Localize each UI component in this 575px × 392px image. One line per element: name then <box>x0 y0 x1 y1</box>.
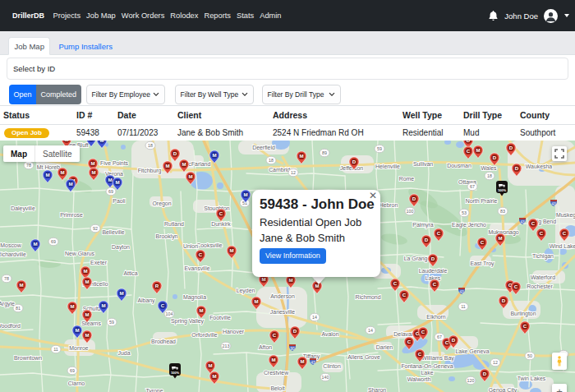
svg-text:Leyden: Leyden <box>237 288 255 294</box>
svg-text:Waukesha: Waukesha <box>526 164 552 169</box>
svg-text:Juda: Juda <box>118 350 131 356</box>
svg-text:Muskego: Muskego <box>556 212 575 219</box>
svg-text:14: 14 <box>368 328 373 333</box>
svg-text:Walworth: Walworth <box>407 376 431 382</box>
svg-text:81: 81 <box>16 306 21 311</box>
svg-text:Daleyville: Daleyville <box>11 205 35 212</box>
svg-text:Footville: Footville <box>209 315 231 321</box>
svg-text:69: 69 <box>108 189 113 194</box>
svg-text:Avalon: Avalon <box>322 331 339 337</box>
svg-text:Hebron: Hebron <box>380 202 398 208</box>
svg-text:Deerfield: Deerfield <box>252 145 275 150</box>
svg-text:Sharon: Sharon <box>368 387 386 392</box>
svg-text:Rochester: Rochester <box>527 284 553 289</box>
svg-text:Brooklyn: Brooklyn <box>156 233 178 240</box>
svg-text:59: 59 <box>109 320 114 325</box>
svg-text:Clarno: Clarno <box>68 380 85 386</box>
svg-text:Elkhorn: Elkhorn <box>426 314 446 320</box>
svg-text:Brodhead: Brodhead <box>151 339 176 344</box>
svg-text:11: 11 <box>461 304 466 309</box>
svg-text:14: 14 <box>312 315 317 320</box>
svg-text:East Troy: East Troy <box>470 261 494 267</box>
svg-text:Tyrone: Tyrone <box>145 388 163 392</box>
svg-text:18: 18 <box>487 173 492 178</box>
svg-text:67: 67 <box>437 334 442 339</box>
svg-text:Lake: Lake <box>421 370 434 376</box>
svg-text:Rome: Rome <box>399 176 415 182</box>
svg-text:78: 78 <box>26 163 31 168</box>
svg-text:North Prairie: North Prairie <box>466 198 498 204</box>
svg-text:140: 140 <box>322 375 329 380</box>
svg-text:Dousman: Dousman <box>447 163 472 168</box>
svg-text:Primrose: Primrose <box>60 212 83 218</box>
svg-text:Woodford: Woodford <box>0 323 21 329</box>
svg-text:Mt Horeb: Mt Horeb <box>37 164 61 170</box>
svg-text:Sullivan: Sullivan <box>413 161 433 167</box>
svg-text:Richmond: Richmond <box>355 294 380 300</box>
svg-text:69: 69 <box>70 368 75 373</box>
svg-text:Delavan: Delavan <box>393 331 414 337</box>
svg-text:Wind Lake: Wind Lake <box>550 243 575 249</box>
svg-text:18: 18 <box>148 143 153 148</box>
svg-text:Lake Geneva: Lake Geneva <box>456 348 490 354</box>
svg-text:Fontana-On-Geneva: Fontana-On-Geneva <box>401 363 453 369</box>
svg-text:Janesville: Janesville <box>270 309 295 315</box>
svg-text:120: 120 <box>467 378 475 383</box>
svg-text:Beloit: Beloit <box>270 385 284 391</box>
svg-text:18: 18 <box>269 158 274 163</box>
svg-text:Waterford: Waterford <box>531 274 555 280</box>
svg-text:Albany: Albany <box>137 297 155 304</box>
svg-text:Five Points: Five Points <box>100 160 129 166</box>
svg-text:Fitchburg: Fitchburg <box>138 168 162 174</box>
svg-text:New Glarus: New Glarus <box>65 251 95 256</box>
svg-text:Burlington: Burlington <box>510 311 536 317</box>
svg-text:50: 50 <box>527 353 532 358</box>
svg-text:Moscow: Moscow <box>0 242 21 248</box>
svg-text:Twin Lakes: Twin Lakes <box>518 376 546 381</box>
svg-text:Cooksville: Cooksville <box>196 242 223 248</box>
svg-text:Palmyra: Palmyra <box>412 222 433 228</box>
svg-text:Tichigan: Tichigan <box>532 253 554 260</box>
svg-text:104: 104 <box>166 311 173 316</box>
svg-text:43: 43 <box>310 361 315 365</box>
svg-text:Genoa City: Genoa City <box>489 387 518 392</box>
svg-text:213: 213 <box>223 344 230 348</box>
svg-text:Anderson: Anderson <box>270 293 295 299</box>
svg-text:Oregon: Oregon <box>153 201 172 207</box>
svg-text:Evansville: Evansville <box>184 265 209 271</box>
svg-text:92: 92 <box>93 226 98 231</box>
svg-text:90: 90 <box>290 347 295 351</box>
svg-text:Magnolia: Magnolia <box>183 294 206 301</box>
svg-text:12: 12 <box>291 170 296 175</box>
svg-text:Hanover: Hanover <box>223 329 245 334</box>
svg-text:Dunkirk: Dunkirk <box>211 221 231 227</box>
svg-text:Belleville: Belleville <box>102 229 124 235</box>
svg-text:43: 43 <box>520 220 525 224</box>
svg-text:Dayton: Dayton <box>112 244 130 251</box>
svg-text:67: 67 <box>470 184 475 189</box>
svg-text:Browntown: Browntown <box>14 355 42 361</box>
svg-text:43: 43 <box>551 202 556 206</box>
svg-text:Spring Valley: Spring Valley <box>171 318 205 325</box>
svg-text:11: 11 <box>53 347 58 352</box>
svg-text:Orfordville: Orfordville <box>191 332 218 338</box>
svg-text:Darien: Darien <box>376 344 393 350</box>
svg-text:Stearns: Stearns <box>81 321 101 326</box>
svg-text:53: 53 <box>462 210 467 215</box>
svg-text:Attica: Attica <box>123 270 137 276</box>
svg-text:59: 59 <box>377 146 382 151</box>
svg-text:Rutland: Rutland <box>164 221 184 227</box>
svg-text:Richardville: Richardville <box>0 251 26 257</box>
svg-text:Afton: Afton <box>259 344 272 350</box>
svg-text:Paoli: Paoli <box>113 198 126 204</box>
svg-text:Clinton: Clinton <box>323 363 341 369</box>
svg-text:Williams Bay: Williams Bay <box>421 355 454 362</box>
svg-text:Exeter: Exeter <box>90 260 108 265</box>
svg-text:12: 12 <box>493 360 498 365</box>
svg-text:Eagle Jericho: Eagle Jericho <box>452 222 486 228</box>
svg-text:Monroe: Monroe <box>69 345 89 351</box>
svg-text:43: 43 <box>459 290 464 294</box>
svg-text:Helenville: Helenville <box>375 164 400 169</box>
svg-text:89: 89 <box>322 150 327 155</box>
svg-text:Argyle: Argyle <box>0 301 15 307</box>
